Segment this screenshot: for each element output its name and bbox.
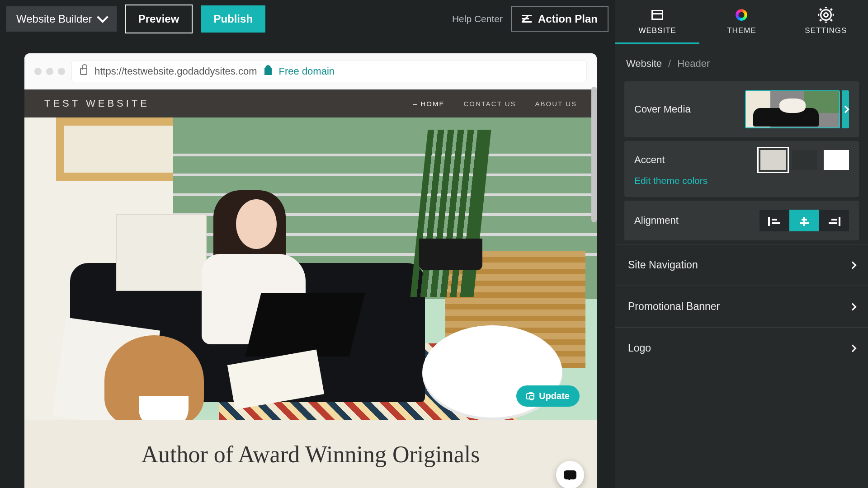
chevron-right-icon: [849, 261, 857, 269]
row-site-navigation-label: Site Navigation: [628, 259, 698, 271]
accent-swatch-0[interactable]: [760, 150, 786, 170]
breadcrumb-leaf: Header: [677, 58, 710, 70]
chevron-right-icon: [842, 106, 849, 113]
gear-icon: [820, 9, 832, 21]
sidebar-list: Site Navigation Promotional Banner Logo: [615, 244, 868, 369]
cover-media-open[interactable]: [842, 90, 849, 128]
accent-swatch-1[interactable]: [792, 150, 817, 170]
chevron-right-icon: [849, 303, 857, 310]
tab-settings[interactable]: SETTINGS: [784, 0, 868, 44]
url-bar[interactable]: https://testwebsite.godaddysites.com Fre…: [71, 61, 587, 82]
row-promotional-banner[interactable]: Promotional Banner: [615, 286, 868, 327]
breadcrumb-sep: /: [668, 58, 671, 70]
nav-contact[interactable]: CONTACT US: [463, 100, 516, 108]
update-label: Update: [539, 391, 570, 401]
hero-subtitle: Author of Award Winning Originals: [33, 441, 588, 468]
checklist-icon: [522, 15, 532, 23]
lock-icon: [80, 68, 87, 75]
cover-media-panel: Cover Media: [624, 81, 859, 137]
website-builder-dropdown[interactable]: Website Builder: [6, 6, 117, 32]
camera-icon: [526, 393, 534, 399]
accent-swatch-2[interactable]: [824, 150, 849, 170]
chevron-right-icon: [849, 344, 857, 352]
color-wheel-icon: [736, 9, 747, 21]
align-right-icon: [828, 216, 840, 225]
accent-panel: Accent Edit theme colors: [624, 141, 859, 197]
action-plan-button[interactable]: Action Plan: [511, 6, 609, 32]
row-site-navigation[interactable]: Site Navigation: [615, 244, 868, 286]
url-text: https://testwebsite.godaddysites.com: [94, 66, 257, 77]
window-dots: [34, 68, 65, 75]
breadcrumb: Website / Header: [615, 44, 868, 78]
window-icon: [651, 10, 663, 20]
tab-website[interactable]: WEBSITE: [615, 0, 699, 44]
row-logo-label: Logo: [628, 342, 651, 354]
free-domain-link[interactable]: Free domain: [279, 66, 335, 77]
align-right[interactable]: [819, 210, 849, 231]
website-builder-label: Website Builder: [16, 13, 92, 25]
sidebar-tabs: WEBSITE THEME SETTINGS: [615, 0, 868, 44]
action-plan-label: Action Plan: [538, 13, 598, 25]
tab-theme[interactable]: THEME: [699, 0, 783, 44]
alignment-group: [760, 210, 849, 231]
alignment-label: Alignment: [634, 215, 679, 226]
breadcrumb-root[interactable]: Website: [626, 58, 662, 70]
cover-media-label: Cover Media: [634, 103, 691, 115]
hero-image: [24, 117, 597, 420]
site-nav: HOME CONTACT US ABOUT US: [413, 100, 577, 108]
alignment-panel: Alignment: [624, 201, 859, 240]
gift-icon: [264, 68, 272, 75]
row-logo[interactable]: Logo: [615, 327, 868, 369]
tab-settings-label: SETTINGS: [805, 26, 847, 35]
align-left-icon: [768, 216, 781, 225]
nav-home[interactable]: HOME: [413, 100, 445, 108]
subtitle-section[interactable]: Author of Award Winning Originals: [24, 420, 597, 488]
row-promotional-banner-label: Promotional Banner: [628, 300, 720, 313]
publish-button[interactable]: Publish: [201, 5, 265, 33]
cover-media-thumbnail[interactable]: [745, 90, 840, 128]
preview-canvas: https://testwebsite.godaddysites.com Fre…: [24, 53, 597, 488]
tab-website-label: WEBSITE: [638, 26, 676, 35]
accent-label: Accent: [634, 154, 665, 166]
preview-button[interactable]: Preview: [125, 5, 193, 33]
topbar: Website Builder Preview Publish Help Cen…: [0, 0, 615, 38]
align-center[interactable]: [789, 210, 819, 231]
chat-icon: [564, 470, 576, 479]
browser-chrome: https://testwebsite.godaddysites.com Fre…: [24, 53, 597, 89]
scrollbar[interactable]: [591, 87, 597, 222]
chevron-down-icon: [97, 11, 108, 23]
align-center-icon: [798, 216, 811, 225]
tab-theme-label: THEME: [727, 26, 756, 35]
nav-about[interactable]: ABOUT US: [535, 100, 577, 108]
site-header: TEST WEBSITE HOME CONTACT US ABOUT US: [24, 89, 597, 117]
right-sidebar: WEBSITE THEME SETTINGS Website / Header …: [615, 0, 868, 488]
edit-theme-colors-link[interactable]: Edit theme colors: [624, 174, 859, 197]
help-center-link[interactable]: Help Center: [452, 14, 503, 24]
site-title[interactable]: TEST WEBSITE: [44, 98, 150, 109]
update-button[interactable]: Update: [516, 385, 580, 407]
hero-section[interactable]: Update: [24, 117, 597, 420]
align-left[interactable]: [760, 210, 789, 231]
chat-fab[interactable]: [556, 461, 584, 488]
accent-swatches: [760, 150, 849, 170]
